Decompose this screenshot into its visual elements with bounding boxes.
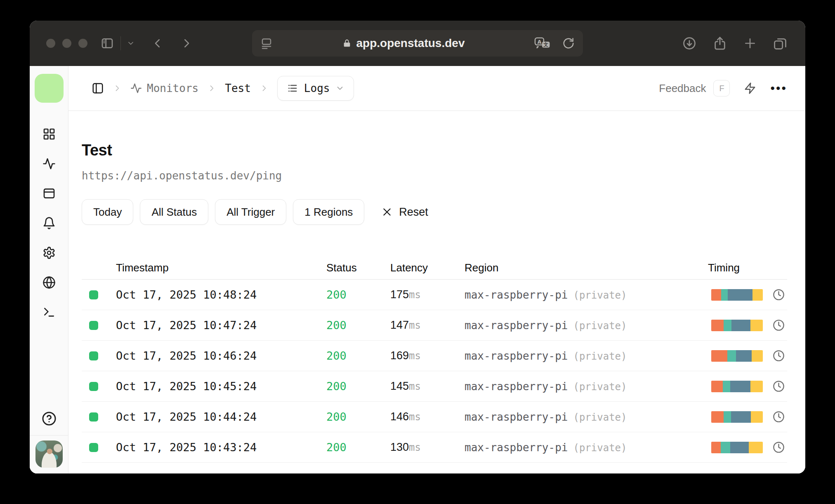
download-icon	[682, 36, 696, 50]
table-row[interactable]: Oct 17, 2025 10:44:24 200 146ms max-rasp…	[82, 402, 787, 432]
clock-icon	[773, 350, 785, 362]
chevron-right-icon	[180, 37, 193, 49]
grid-icon	[42, 127, 56, 141]
lock-icon	[342, 39, 351, 48]
chevron-right-icon	[260, 84, 268, 92]
nav-notifications[interactable]	[42, 217, 56, 230]
new-tab-button[interactable]	[743, 37, 757, 50]
app-shell: Monitors Test Logs Feedback	[30, 66, 805, 473]
row-latency-unit: ms	[409, 411, 421, 423]
clock-icon	[773, 441, 785, 453]
filter-trigger[interactable]: All Trigger	[215, 199, 286, 225]
header-actions: Feedback F •••	[659, 80, 787, 97]
list-icon	[287, 82, 298, 94]
row-region-note: (private)	[573, 442, 627, 454]
timing-segment-ttfb	[731, 411, 751, 423]
quick-actions-button[interactable]	[744, 82, 756, 94]
timing-segment-connect	[724, 411, 731, 423]
chevron-down-icon	[127, 39, 135, 47]
nav-domains[interactable]	[42, 276, 56, 289]
filter-status[interactable]: All Status	[140, 199, 208, 225]
reset-filters-button[interactable]: Reset	[379, 205, 431, 219]
row-region-note: (private)	[573, 351, 627, 362]
timing-details-button[interactable]	[763, 380, 785, 392]
feedback-kbd: F	[713, 80, 730, 97]
row-status: 200	[326, 349, 390, 362]
sidebar-chevron-button[interactable]	[127, 39, 135, 47]
status-dot	[89, 321, 98, 330]
timing-bar	[711, 411, 763, 423]
svg-text:A: A	[537, 39, 542, 45]
filter-date[interactable]: Today	[82, 199, 133, 225]
reload-icon	[562, 37, 575, 49]
tab-overview-button[interactable]	[773, 36, 787, 50]
breadcrumb-monitors[interactable]: Monitors	[130, 82, 198, 94]
main-column: Monitors Test Logs Feedback	[68, 66, 805, 473]
nav-cli[interactable]	[42, 306, 56, 319]
table-row[interactable]: Oct 17, 2025 10:47:24 200 147ms max-rasp…	[82, 310, 787, 341]
nav-monitors[interactable]	[42, 157, 56, 170]
status-dot	[89, 382, 98, 391]
back-button[interactable]	[151, 37, 164, 49]
clock-icon	[773, 289, 785, 301]
chevron-right-icon	[113, 84, 121, 92]
timing-segment-ttfb	[728, 289, 752, 301]
timing-bar	[711, 350, 763, 362]
address-bar[interactable]: app.openstatus.dev A 文	[252, 30, 583, 57]
filter-bar: Today All Status All Trigger 1 Regions R…	[82, 199, 787, 225]
table-row[interactable]: Oct 17, 2025 10:43:24 200 130ms max-rasp…	[82, 432, 787, 463]
table-row[interactable]: Oct 17, 2025 10:45:24 200 145ms max-rasp…	[82, 371, 787, 402]
browser-sidebar-toggle[interactable]	[101, 37, 114, 50]
row-latency: 146	[390, 410, 409, 423]
app-sidebar-toggle[interactable]	[92, 82, 104, 94]
minimize-window-button[interactable]	[62, 39, 71, 48]
logs-dropdown[interactable]: Logs	[277, 76, 354, 101]
feedback-button[interactable]: Feedback F	[659, 80, 730, 97]
filter-regions[interactable]: 1 Regions	[293, 199, 364, 225]
reload-button[interactable]	[562, 37, 575, 49]
nav-dashboard[interactable]	[42, 127, 56, 141]
translate-button[interactable]: A 文	[534, 37, 552, 50]
close-window-button[interactable]	[46, 39, 55, 48]
nav-settings[interactable]	[42, 246, 56, 259]
downloads-button[interactable]	[682, 36, 696, 50]
timing-details-button[interactable]	[763, 411, 785, 423]
activity-icon	[130, 82, 142, 94]
row-region: max-raspberry-pi	[465, 441, 568, 454]
timing-details-button[interactable]	[763, 289, 785, 301]
help-button[interactable]	[42, 411, 57, 426]
table-row[interactable]: Oct 17, 2025 10:46:24 200 169ms max-rasp…	[82, 341, 787, 371]
left-rail	[30, 66, 68, 473]
zoom-window-button[interactable]	[78, 39, 87, 48]
feedback-label: Feedback	[659, 82, 706, 95]
row-region: max-raspberry-pi	[465, 380, 568, 393]
timing-details-button[interactable]	[763, 441, 785, 453]
col-status: Status	[326, 261, 390, 274]
row-latency: 145	[390, 380, 409, 393]
row-latency-unit: ms	[409, 381, 421, 392]
globe-icon	[42, 276, 56, 289]
row-region: max-raspberry-pi	[465, 411, 568, 423]
row-timestamp: Oct 17, 2025 10:46:24	[116, 349, 326, 362]
table-row[interactable]: Oct 17, 2025 10:48:24 200 175ms max-rasp…	[82, 280, 787, 310]
more-menu-button[interactable]: •••	[770, 82, 787, 94]
timing-details-button[interactable]	[763, 319, 785, 331]
share-button[interactable]	[713, 36, 727, 50]
timing-details-button[interactable]	[763, 350, 785, 362]
workspace-avatar[interactable]	[35, 74, 64, 103]
screenshot-root: { "browser": { "url": "app.openstatus.de…	[0, 0, 835, 504]
row-latency: 130	[390, 441, 409, 454]
col-region: Region	[465, 261, 711, 274]
nav-status-pages[interactable]	[42, 187, 56, 200]
breadcrumb-test[interactable]: Test	[225, 82, 251, 94]
forward-button[interactable]	[180, 37, 193, 49]
app-header: Monitors Test Logs Feedback	[68, 66, 805, 111]
rail-bottom	[30, 411, 68, 473]
clock-icon	[773, 380, 785, 392]
panel-top-icon	[42, 187, 56, 200]
timing-segment-dns	[711, 350, 727, 362]
page-settings-button[interactable]	[260, 37, 273, 49]
translate-icon: A 文	[534, 37, 552, 50]
user-avatar[interactable]	[35, 440, 63, 468]
timing-segment-transfer	[750, 320, 763, 331]
